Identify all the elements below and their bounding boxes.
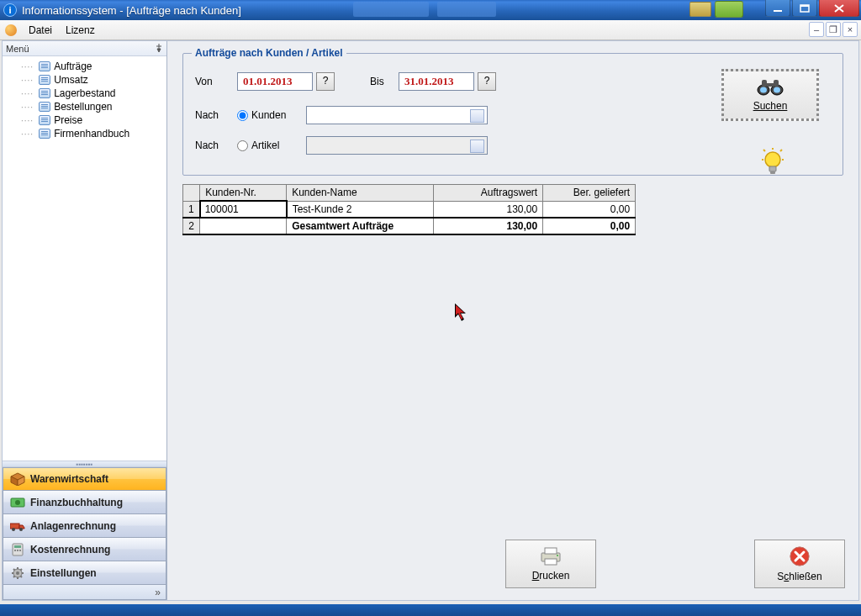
von-help-button[interactable]: ? [316, 72, 335, 91]
svg-point-14 [16, 571, 19, 575]
taskbar-bg-blur [353, 2, 429, 17]
col-kundennr[interactable]: Kunden-Nr. [200, 185, 287, 202]
suchen-button[interactable]: Suchen [721, 69, 819, 121]
schliessen-button[interactable]: Schließen [754, 540, 845, 588]
sidebar-tree: ····Aufträge ····Umsatz ····Lagerbestand… [3, 56, 166, 461]
svg-point-28 [557, 555, 558, 556]
window-title: Informationssystem - [Aufträge nach Kund… [22, 4, 241, 17]
col-auftragswert[interactable]: Auftragswert [434, 185, 543, 202]
document-icon [39, 102, 50, 112]
nav-warenwirtschaft[interactable]: Warenwirtschaft [3, 467, 166, 491]
nav-stack: Warenwirtschaft Finanzbuchhaltung Anlage… [3, 467, 166, 585]
tree-item-auftraege[interactable]: ····Aufträge [4, 60, 165, 73]
artikel-combo[interactable] [306, 136, 488, 155]
drucken-button[interactable]: Drucken [505, 540, 596, 588]
document-icon [39, 88, 50, 98]
svg-rect-21 [767, 83, 774, 87]
svg-rect-11 [17, 550, 18, 551]
mdi-minimize-button[interactable]: – [809, 22, 824, 37]
von-input[interactable] [237, 72, 313, 91]
result-table: Kunden-Nr. Kunden-Name Auftragswert Ber.… [182, 184, 843, 235]
nav-einstellungen[interactable]: Einstellungen [3, 561, 166, 585]
taskbar-bg-icon [715, 1, 743, 18]
window-close-button[interactable] [819, 0, 859, 17]
bis-input[interactable] [399, 72, 474, 91]
svg-rect-24 [770, 171, 775, 174]
svg-rect-26 [545, 548, 557, 554]
radio-artikel[interactable]: Artikel [237, 140, 306, 151]
document-icon [39, 129, 50, 139]
document-icon [39, 61, 50, 71]
table-row[interactable]: 1 100001 Test-Kunde 2 130,00 0,00 [183, 201, 636, 218]
radio-artikel-input[interactable] [237, 140, 248, 151]
client-area: Menü ····Aufträge ····Umsatz ····Lagerbe… [2, 40, 859, 601]
binoculars-icon [757, 78, 784, 97]
app-small-icon [5, 24, 17, 36]
tree-item-lagerbestand[interactable]: ····Lagerbestand [4, 87, 165, 100]
radio-kunden-input[interactable] [237, 110, 248, 121]
nach-label-2: Nach [195, 140, 237, 151]
taskbar-bg-icon [689, 2, 711, 17]
radio-kunden[interactable]: Kunden [237, 109, 306, 121]
sidebar-header: Menü [3, 41, 166, 56]
hint-bulb-icon[interactable] [762, 148, 784, 176]
taskbar-strip [0, 604, 861, 616]
svg-point-7 [19, 528, 23, 531]
tree-item-firmenhandbuch[interactable]: ····Firmenhandbuch [4, 127, 165, 140]
sidebar: Menü ····Aufträge ····Umsatz ····Lagerbe… [3, 41, 167, 600]
cell-kundennr[interactable]: 100001 [200, 201, 287, 218]
document-icon [39, 115, 50, 125]
nav-finanzbuchhaltung[interactable]: Finanzbuchhaltung [3, 491, 166, 514]
svg-rect-27 [545, 559, 557, 565]
document-icon [39, 75, 50, 85]
mdi-close-button[interactable]: × [843, 22, 858, 37]
svg-rect-20 [774, 80, 779, 87]
svg-rect-0 [774, 10, 782, 12]
col-kundenname[interactable]: Kunden-Name [287, 185, 434, 202]
svg-point-17 [760, 87, 767, 93]
taskbar-bg-blur [437, 2, 496, 17]
table-total-row: 2 Gesamtwert Aufträge 130,00 0,00 [183, 218, 636, 234]
bis-label: Bis [370, 76, 399, 87]
nach-label-1: Nach [195, 109, 237, 121]
gear-icon [10, 566, 25, 580]
svg-rect-5 [10, 524, 19, 529]
col-geliefert[interactable]: Ber. geliefert [543, 185, 636, 202]
svg-rect-9 [14, 545, 21, 548]
close-cross-icon [789, 545, 811, 567]
kunden-combo[interactable] [306, 106, 488, 124]
window-titlebar: i Informationssystem - [Aufträge nach Ku… [0, 0, 861, 20]
col-rownum[interactable] [183, 185, 200, 202]
calc-icon [10, 543, 25, 556]
nav-anlagenrechnung[interactable]: Anlagenrechnung [3, 514, 166, 538]
app-icon: i [3, 3, 17, 17]
sidebar-pin-icon[interactable] [155, 44, 163, 54]
svg-rect-10 [14, 550, 16, 551]
svg-rect-2 [800, 5, 809, 7]
svg-point-6 [12, 528, 15, 531]
filter-fieldset: Aufträge nach Kunden / Artikel Von ? Bis… [182, 53, 843, 176]
main-panel: Aufträge nach Kunden / Artikel Von ? Bis… [167, 41, 858, 600]
svg-point-4 [15, 500, 20, 505]
box-icon [10, 472, 25, 486]
menu-datei[interactable]: Datei [22, 23, 59, 38]
tree-item-bestellungen[interactable]: ····Bestellungen [4, 100, 165, 113]
svg-rect-23 [769, 166, 776, 171]
printer-icon [538, 546, 563, 566]
sidebar-title: Menü [6, 44, 29, 54]
nav-footer[interactable]: » [3, 585, 166, 600]
bis-help-button[interactable]: ? [478, 72, 496, 91]
mdi-restore-button[interactable]: ❐ [826, 22, 841, 37]
tree-item-preise[interactable]: ····Preise [4, 113, 165, 127]
money-icon [10, 496, 25, 509]
svg-point-18 [774, 87, 780, 93]
window-maximize-button[interactable] [792, 0, 817, 17]
svg-point-22 [765, 152, 780, 167]
von-label: Von [195, 76, 237, 87]
window-minimize-button[interactable] [765, 0, 790, 17]
nav-kostenrechnung[interactable]: Kostenrechnung [3, 538, 166, 561]
tree-item-umsatz[interactable]: ····Umsatz [4, 73, 165, 87]
truck-icon [10, 519, 25, 533]
sidebar-splitter[interactable]: ▪▪▪▪▪▪▪ [3, 461, 166, 467]
menu-lizenz[interactable]: Lizenz [59, 23, 102, 38]
